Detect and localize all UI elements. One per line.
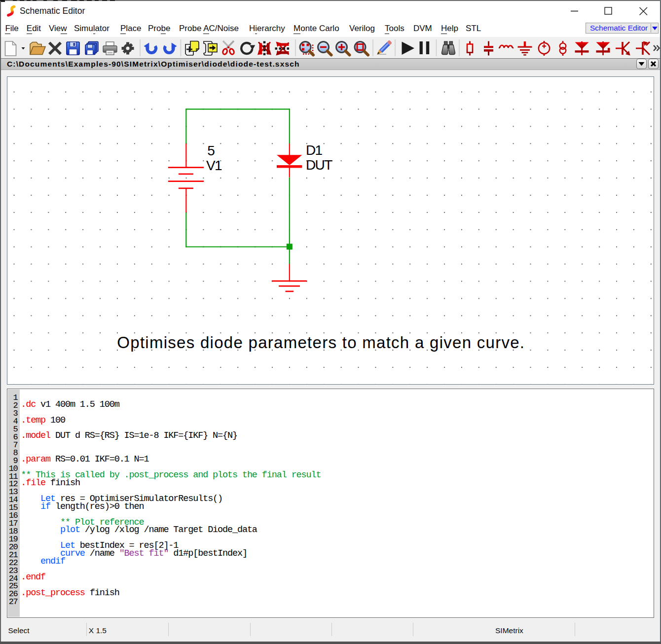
svg-text:Optimises diode parameters to: Optimises diode parameters to match a gi… xyxy=(117,333,525,352)
svg-text:V1: V1 xyxy=(206,158,222,173)
svg-text:DUT: DUT xyxy=(306,157,332,173)
svg-text:5: 5 xyxy=(207,143,215,158)
svg-text:D1: D1 xyxy=(306,143,323,158)
